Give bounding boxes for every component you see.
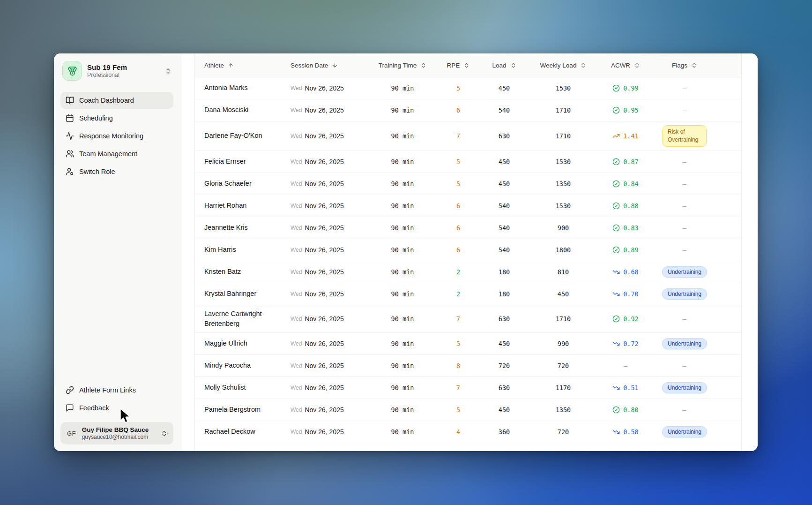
session-date: WedNov 26, 2025 [289, 202, 367, 210]
table-row[interactable]: Dana Mosciski WedNov 26, 2025 90 min 6 5… [195, 99, 741, 121]
check-circle-icon [612, 158, 620, 166]
flags-cell: Risk of Overtraining [654, 125, 741, 147]
table-row[interactable]: Pamela Bergstrom WedNov 26, 2025 90 min … [195, 399, 741, 421]
table-row[interactable]: Molly Schulist WedNov 26, 2025 90 min 7 … [195, 377, 741, 399]
weekly-load-value: 1710 [529, 315, 597, 323]
table-row[interactable]: Mindy Pacocha WedNov 26, 2025 90 min 8 7… [195, 355, 741, 377]
table-row[interactable]: Darlene Fay-O'Kon WedNov 26, 2025 90 min… [195, 121, 741, 151]
rpe-value: 4 [438, 428, 479, 436]
flags-cell: – [654, 106, 741, 114]
column-header-load[interactable]: Load [479, 62, 529, 69]
user-menu[interactable]: GF Guy Filipe BBQ Sauce guysauce10@hotma… [60, 422, 173, 445]
arrow-up-icon [228, 62, 234, 68]
training-time: 90 min [367, 362, 438, 369]
chevrons-up-down-icon [164, 68, 171, 75]
training-time: 90 min [367, 315, 438, 323]
flag-empty: – [683, 315, 686, 323]
chevrons-up-down-icon [420, 62, 426, 68]
chevrons-up-down-icon [161, 430, 168, 437]
table-row[interactable]: Antonia Marks WedNov 26, 2025 90 min 5 4… [195, 77, 741, 99]
load-value: 630 [479, 384, 529, 392]
athlete-name: Dana Mosciski [195, 105, 289, 115]
team-plan: Professional [87, 72, 159, 78]
athlete-name: Maggie Ullrich [195, 339, 289, 348]
acwr-cell: 0.51 [597, 384, 654, 392]
flags-cell: – [654, 362, 741, 369]
rpe-value: 2 [438, 290, 479, 298]
users-icon [66, 150, 74, 158]
table-row[interactable]: Rachael Deckow WedNov 26, 2025 90 min 4 … [195, 421, 741, 443]
training-time: 90 min [367, 106, 438, 114]
flag-empty: – [683, 84, 686, 92]
check-circle-icon [612, 84, 620, 92]
sidebar-item-response-monitoring[interactable]: Response Monitoring [60, 128, 173, 144]
sidebar-item-feedback[interactable]: Feedback [60, 399, 173, 416]
table-row[interactable]: Harriet Rohan WedNov 26, 2025 90 min 6 5… [195, 195, 741, 217]
acwr-value: 0.99 [612, 84, 639, 92]
acwr-cell: – [597, 362, 654, 369]
table-row[interactable]: Krystal Bahringer WedNov 26, 2025 90 min… [195, 283, 741, 305]
column-header-athlete[interactable]: Athlete [195, 62, 289, 69]
column-header-weekly-load[interactable]: Weekly Load [529, 62, 597, 69]
table-row[interactable]: Jeannette Kris WedNov 26, 2025 90 min 6 … [195, 217, 741, 239]
weekly-load-value: 1350 [529, 406, 597, 414]
acwr-value: 0.92 [612, 315, 639, 323]
user-name: Guy Filipe BBQ Sauce [82, 426, 155, 433]
flags-cell: Undertraining [654, 426, 741, 437]
load-value: 540 [479, 202, 529, 210]
link-icon [66, 386, 74, 394]
check-circle-icon [612, 202, 620, 210]
rpe-value: 5 [438, 180, 479, 188]
table-row[interactable]: Kristen Batz WedNov 26, 2025 90 min 2 18… [195, 261, 741, 283]
flag-empty: – [683, 106, 686, 114]
acwr-value: 0.88 [612, 202, 639, 210]
sidebar-item-athlete-form-links[interactable]: Athlete Form Links [60, 382, 173, 399]
column-header-training-time[interactable]: Training Time [367, 62, 438, 69]
session-date: WedNov 26, 2025 [289, 158, 367, 166]
athlete-name: Rachael Deckow [195, 427, 289, 437]
athletes-table[interactable]: Athlete Session Date Training Time RPE L… [194, 53, 742, 451]
load-value: 450 [479, 340, 529, 347]
column-header-flags[interactable]: Flags [654, 62, 741, 69]
sidebar-item-team-management[interactable]: Team Management [60, 145, 173, 162]
chevrons-up-down-icon [510, 62, 516, 68]
column-header-acwr[interactable]: ACWR [597, 62, 654, 69]
training-time: 90 min [367, 406, 438, 414]
sidebar-item-coach-dashboard[interactable]: Coach Dashboard [60, 92, 173, 109]
athlete-name: Kim Harris [195, 245, 289, 255]
table-row[interactable]: Felicia Ernser WedNov 26, 2025 90 min 5 … [195, 151, 741, 173]
weekly-load-value: 1800 [529, 246, 597, 254]
load-value: 450 [479, 180, 529, 188]
sidebar-item-scheduling[interactable]: Scheduling [60, 110, 173, 127]
rpe-value: 5 [438, 158, 479, 166]
acwr-cell: 0.92 [597, 315, 654, 323]
team-selector[interactable]: Sub 19 Fem Professional [60, 61, 173, 81]
sidebar: Sub 19 Fem Professional Coach Dashboard … [54, 53, 180, 451]
flag-empty: – [683, 180, 686, 188]
training-time: 90 min [367, 84, 438, 92]
table-row[interactable]: Laverne Cartwright-Breitenberg WedNov 26… [195, 305, 741, 333]
overtraining-badge: Risk of Overtraining [663, 125, 707, 147]
column-header-rpe[interactable]: RPE [438, 62, 479, 69]
acwr-value: 0.80 [612, 406, 639, 414]
sidebar-item-switch-role[interactable]: Switch Role [60, 163, 173, 180]
rpe-value: 6 [438, 202, 479, 210]
table-row[interactable]: Gloria Schaefer WedNov 26, 2025 90 min 5… [195, 173, 741, 195]
athlete-name: Krystal Bahringer [195, 289, 289, 299]
weekly-load-value: 1710 [529, 132, 597, 140]
training-time: 90 min [367, 132, 438, 140]
table-row[interactable]: Maggie Ullrich WedNov 26, 2025 90 min 5 … [195, 333, 741, 355]
load-value: 180 [479, 290, 529, 298]
column-header-session-date[interactable]: Session Date [289, 62, 367, 69]
acwr-value: 0.83 [612, 224, 639, 232]
rpe-value: 7 [438, 384, 479, 392]
acwr-empty: – [624, 362, 627, 369]
table-row[interactable]: Kim Harris WedNov 26, 2025 90 min 6 540 … [195, 239, 741, 261]
weekly-load-value: 1170 [529, 384, 597, 392]
acwr-value: 1.41 [612, 132, 639, 140]
training-time: 90 min [367, 158, 438, 166]
sidebar-footer: Athlete Form Links Feedback GF Guy Filip… [60, 382, 173, 445]
chevrons-up-down-icon [580, 62, 586, 68]
session-date: WedNov 26, 2025 [289, 132, 367, 140]
acwr-cell: 1.41 [597, 132, 654, 140]
